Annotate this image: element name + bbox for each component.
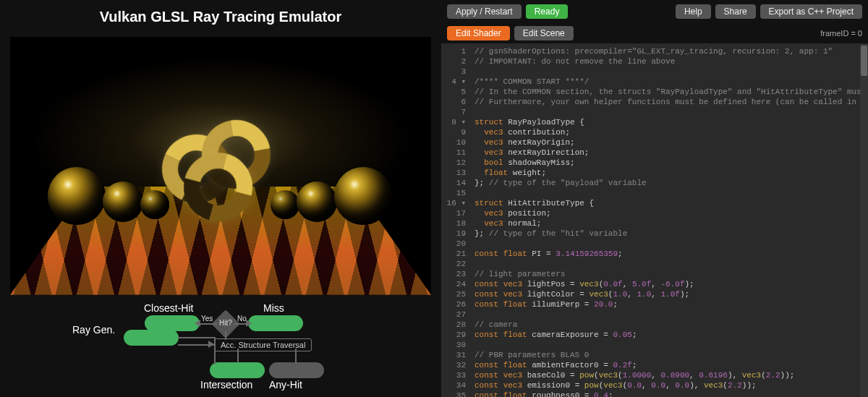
- anyhit-node[interactable]: [269, 362, 324, 378]
- render-sphere: [297, 182, 337, 222]
- anyhit-label: Any-Hit: [269, 379, 302, 390]
- editor-scrollbar[interactable]: [860, 44, 868, 397]
- no-label: No: [237, 315, 247, 323]
- render-sphere: [334, 167, 392, 225]
- app-title: Vulkan GLSL Ray Tracing Emulator: [0, 0, 441, 31]
- apply-restart-button[interactable]: Apply / Restart: [447, 4, 522, 19]
- code-editor[interactable]: 1234 ▾5678 ▾910111213141516 ▾17181920212…: [441, 44, 868, 397]
- closesthit-label: Closest-Hit: [144, 302, 193, 314]
- render-sphere: [103, 182, 143, 222]
- render-sphere: [48, 167, 106, 225]
- raygen-node[interactable]: [124, 330, 179, 346]
- ready-button[interactable]: Ready: [526, 4, 569, 19]
- export-cpp-button[interactable]: Export as C++ Project: [760, 4, 862, 19]
- miss-label: Miss: [263, 302, 284, 314]
- intersection-label: Intersection: [200, 379, 252, 390]
- raygen-label: Ray Gen.: [72, 324, 115, 336]
- edit-shader-tab[interactable]: Edit Shader: [447, 26, 510, 40]
- pipeline-diagram: Ray Gen. Closest-Hit Miss Intersection A…: [10, 302, 431, 393]
- render-background: [10, 37, 431, 295]
- intersection-node[interactable]: [210, 362, 265, 378]
- code-content[interactable]: // gsnShaderOptions: precompiler="GL_EXT…: [470, 44, 868, 397]
- edit-scene-tab[interactable]: Edit Scene: [514, 26, 574, 40]
- render-torus-knot: [162, 116, 278, 218]
- yes-label: Yes: [201, 315, 213, 323]
- miss-node[interactable]: [248, 315, 303, 331]
- help-button[interactable]: Help: [676, 4, 711, 19]
- acc-structure-box: Acc. Structure Traversal: [214, 338, 312, 351]
- hit-decision-text: Hit?: [219, 319, 232, 327]
- sub-toolbar: Edit Shader Edit Scene frameID = 0: [441, 23, 868, 44]
- scrollbar-thumb[interactable]: [861, 46, 867, 76]
- top-toolbar: Apply / Restart Ready Help Share Export …: [441, 0, 868, 23]
- line-gutter: 1234 ▾5678 ▾910111213141516 ▾17181920212…: [441, 44, 470, 397]
- frame-id-status: frameID = 0: [820, 29, 862, 38]
- closesthit-node[interactable]: [145, 315, 200, 331]
- share-button[interactable]: Share: [715, 4, 756, 19]
- render-viewport[interactable]: [10, 37, 431, 295]
